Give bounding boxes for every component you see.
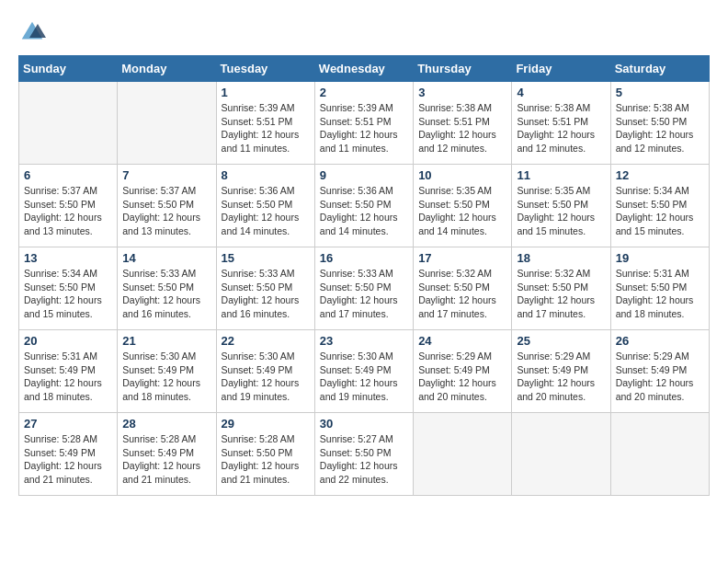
day-number: 15 bbox=[222, 251, 310, 265]
day-info: Sunrise: 5:27 AM Sunset: 5:50 PM Dayligh… bbox=[320, 432, 408, 487]
day-cell: 5Sunrise: 5:38 AM Sunset: 5:50 PM Daylig… bbox=[610, 82, 709, 165]
calendar-header-row: SundayMondayTuesdayWednesdayThursdayFrid… bbox=[19, 56, 710, 82]
col-header-friday: Friday bbox=[512, 56, 610, 82]
col-header-tuesday: Tuesday bbox=[216, 56, 314, 82]
day-number: 10 bbox=[418, 168, 506, 182]
day-number: 26 bbox=[616, 334, 704, 348]
day-cell: 15Sunrise: 5:33 AM Sunset: 5:50 PM Dayli… bbox=[216, 247, 314, 330]
day-number: 29 bbox=[222, 417, 310, 431]
day-number: 12 bbox=[616, 168, 704, 182]
day-cell: 3Sunrise: 5:38 AM Sunset: 5:51 PM Daylig… bbox=[414, 82, 512, 165]
day-info: Sunrise: 5:37 AM Sunset: 5:50 PM Dayligh… bbox=[24, 184, 112, 238]
day-cell: 16Sunrise: 5:33 AM Sunset: 5:50 PM Dayli… bbox=[314, 247, 413, 330]
day-number: 20 bbox=[24, 334, 112, 348]
col-header-thursday: Thursday bbox=[414, 56, 512, 82]
day-cell: 20Sunrise: 5:31 AM Sunset: 5:49 PM Dayli… bbox=[19, 330, 118, 413]
day-info: Sunrise: 5:39 AM Sunset: 5:51 PM Dayligh… bbox=[222, 101, 310, 155]
day-info: Sunrise: 5:29 AM Sunset: 5:49 PM Dayligh… bbox=[616, 350, 704, 404]
day-info: Sunrise: 5:38 AM Sunset: 5:50 PM Dayligh… bbox=[616, 101, 704, 155]
day-info: Sunrise: 5:30 AM Sunset: 5:49 PM Dayligh… bbox=[122, 350, 210, 404]
day-info: Sunrise: 5:35 AM Sunset: 5:50 PM Dayligh… bbox=[418, 184, 506, 238]
day-number: 3 bbox=[418, 86, 506, 99]
day-number: 11 bbox=[517, 168, 605, 182]
day-info: Sunrise: 5:28 AM Sunset: 5:49 PM Dayligh… bbox=[122, 432, 210, 487]
day-info: Sunrise: 5:33 AM Sunset: 5:50 PM Dayligh… bbox=[320, 267, 408, 321]
day-cell: 30Sunrise: 5:27 AM Sunset: 5:50 PM Dayli… bbox=[314, 413, 413, 496]
day-cell: 18Sunrise: 5:32 AM Sunset: 5:50 PM Dayli… bbox=[512, 247, 610, 330]
day-info: Sunrise: 5:28 AM Sunset: 5:49 PM Dayligh… bbox=[24, 432, 112, 487]
day-info: Sunrise: 5:33 AM Sunset: 5:50 PM Dayligh… bbox=[222, 267, 310, 321]
day-cell: 21Sunrise: 5:30 AM Sunset: 5:49 PM Dayli… bbox=[118, 330, 216, 413]
day-cell: 17Sunrise: 5:32 AM Sunset: 5:50 PM Dayli… bbox=[414, 247, 512, 330]
col-header-saturday: Saturday bbox=[610, 56, 709, 82]
day-info: Sunrise: 5:34 AM Sunset: 5:50 PM Dayligh… bbox=[24, 267, 112, 321]
day-number: 6 bbox=[24, 168, 112, 182]
day-cell: 8Sunrise: 5:36 AM Sunset: 5:50 PM Daylig… bbox=[216, 165, 314, 247]
day-info: Sunrise: 5:36 AM Sunset: 5:50 PM Dayligh… bbox=[320, 184, 408, 238]
day-number: 14 bbox=[122, 251, 210, 265]
day-cell: 25Sunrise: 5:29 AM Sunset: 5:49 PM Dayli… bbox=[512, 330, 610, 413]
page-header bbox=[18, 18, 710, 46]
day-cell: 24Sunrise: 5:29 AM Sunset: 5:49 PM Dayli… bbox=[414, 330, 512, 413]
day-cell: 22Sunrise: 5:30 AM Sunset: 5:49 PM Dayli… bbox=[216, 330, 314, 413]
day-cell: 13Sunrise: 5:34 AM Sunset: 5:50 PM Dayli… bbox=[19, 247, 118, 330]
day-number: 5 bbox=[616, 86, 704, 99]
day-info: Sunrise: 5:30 AM Sunset: 5:49 PM Dayligh… bbox=[320, 350, 408, 404]
day-cell: 9Sunrise: 5:36 AM Sunset: 5:50 PM Daylig… bbox=[314, 165, 413, 247]
logo-icon bbox=[18, 18, 46, 46]
day-cell: 28Sunrise: 5:28 AM Sunset: 5:49 PM Dayli… bbox=[118, 413, 216, 496]
day-number: 16 bbox=[320, 251, 408, 265]
day-cell bbox=[610, 413, 709, 496]
day-number: 30 bbox=[320, 417, 408, 431]
day-info: Sunrise: 5:29 AM Sunset: 5:49 PM Dayligh… bbox=[517, 350, 605, 404]
day-cell: 6Sunrise: 5:37 AM Sunset: 5:50 PM Daylig… bbox=[19, 165, 118, 247]
week-row-2: 6Sunrise: 5:37 AM Sunset: 5:50 PM Daylig… bbox=[19, 165, 710, 247]
day-info: Sunrise: 5:39 AM Sunset: 5:51 PM Dayligh… bbox=[320, 101, 408, 155]
day-info: Sunrise: 5:34 AM Sunset: 5:50 PM Dayligh… bbox=[616, 184, 704, 238]
day-cell: 12Sunrise: 5:34 AM Sunset: 5:50 PM Dayli… bbox=[610, 165, 709, 247]
day-cell: 7Sunrise: 5:37 AM Sunset: 5:50 PM Daylig… bbox=[118, 165, 216, 247]
day-cell: 23Sunrise: 5:30 AM Sunset: 5:49 PM Dayli… bbox=[314, 330, 413, 413]
day-info: Sunrise: 5:31 AM Sunset: 5:50 PM Dayligh… bbox=[616, 267, 704, 321]
day-info: Sunrise: 5:35 AM Sunset: 5:50 PM Dayligh… bbox=[517, 184, 605, 238]
day-cell: 14Sunrise: 5:33 AM Sunset: 5:50 PM Dayli… bbox=[118, 247, 216, 330]
day-number: 27 bbox=[24, 417, 112, 431]
day-number: 23 bbox=[320, 334, 408, 348]
day-cell bbox=[118, 82, 216, 165]
logo bbox=[18, 18, 50, 46]
col-header-wednesday: Wednesday bbox=[314, 56, 413, 82]
week-row-3: 13Sunrise: 5:34 AM Sunset: 5:50 PM Dayli… bbox=[19, 247, 710, 330]
day-info: Sunrise: 5:38 AM Sunset: 5:51 PM Dayligh… bbox=[517, 101, 605, 155]
day-info: Sunrise: 5:32 AM Sunset: 5:50 PM Dayligh… bbox=[517, 267, 605, 321]
day-cell: 27Sunrise: 5:28 AM Sunset: 5:49 PM Dayli… bbox=[19, 413, 118, 496]
day-cell bbox=[512, 413, 610, 496]
day-number: 4 bbox=[517, 86, 605, 99]
day-number: 24 bbox=[418, 334, 506, 348]
day-cell: 19Sunrise: 5:31 AM Sunset: 5:50 PM Dayli… bbox=[610, 247, 709, 330]
week-row-5: 27Sunrise: 5:28 AM Sunset: 5:49 PM Dayli… bbox=[19, 413, 710, 496]
day-cell: 4Sunrise: 5:38 AM Sunset: 5:51 PM Daylig… bbox=[512, 82, 610, 165]
day-cell: 11Sunrise: 5:35 AM Sunset: 5:50 PM Dayli… bbox=[512, 165, 610, 247]
col-header-sunday: Sunday bbox=[19, 56, 118, 82]
day-number: 19 bbox=[616, 251, 704, 265]
day-cell: 2Sunrise: 5:39 AM Sunset: 5:51 PM Daylig… bbox=[314, 82, 413, 165]
day-info: Sunrise: 5:36 AM Sunset: 5:50 PM Dayligh… bbox=[222, 184, 310, 238]
week-row-1: 1Sunrise: 5:39 AM Sunset: 5:51 PM Daylig… bbox=[19, 82, 710, 165]
col-header-monday: Monday bbox=[118, 56, 216, 82]
day-info: Sunrise: 5:32 AM Sunset: 5:50 PM Dayligh… bbox=[418, 267, 506, 321]
day-number: 7 bbox=[122, 168, 210, 182]
day-cell bbox=[19, 82, 118, 165]
week-row-4: 20Sunrise: 5:31 AM Sunset: 5:49 PM Dayli… bbox=[19, 330, 710, 413]
day-number: 25 bbox=[517, 334, 605, 348]
day-number: 18 bbox=[517, 251, 605, 265]
day-info: Sunrise: 5:29 AM Sunset: 5:49 PM Dayligh… bbox=[418, 350, 506, 404]
day-number: 8 bbox=[222, 168, 310, 182]
day-cell bbox=[414, 413, 512, 496]
day-number: 13 bbox=[24, 251, 112, 265]
day-info: Sunrise: 5:38 AM Sunset: 5:51 PM Dayligh… bbox=[418, 101, 506, 155]
day-number: 17 bbox=[418, 251, 506, 265]
day-info: Sunrise: 5:33 AM Sunset: 5:50 PM Dayligh… bbox=[122, 267, 210, 321]
day-number: 9 bbox=[320, 168, 408, 182]
day-number: 28 bbox=[122, 417, 210, 431]
day-info: Sunrise: 5:30 AM Sunset: 5:49 PM Dayligh… bbox=[222, 350, 310, 404]
